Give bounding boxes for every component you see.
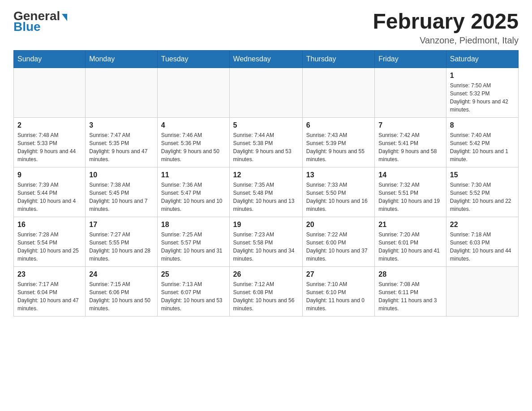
weekday-header-row: SundayMondayTuesdayWednesdayThursdayFrid…	[14, 51, 519, 68]
week-row-5: 23Sunrise: 7:17 AM Sunset: 6:04 PM Dayli…	[14, 267, 519, 317]
day-number: 4	[161, 121, 226, 129]
day-info: Sunrise: 7:39 AM Sunset: 5:44 PM Dayligh…	[17, 181, 82, 213]
day-number: 16	[17, 221, 82, 229]
weekday-header-thursday: Thursday	[302, 51, 374, 68]
day-info: Sunrise: 7:30 AM Sunset: 5:52 PM Dayligh…	[450, 181, 515, 213]
day-info: Sunrise: 7:27 AM Sunset: 5:55 PM Dayligh…	[89, 231, 154, 263]
calendar-cell: 22Sunrise: 7:18 AM Sunset: 6:03 PM Dayli…	[446, 217, 518, 267]
calendar-cell: 14Sunrise: 7:32 AM Sunset: 5:51 PM Dayli…	[375, 167, 446, 217]
weekday-header-monday: Monday	[86, 51, 158, 68]
calendar-cell: 23Sunrise: 7:17 AM Sunset: 6:04 PM Dayli…	[14, 267, 86, 317]
week-row-2: 2Sunrise: 7:48 AM Sunset: 5:33 PM Daylig…	[14, 118, 519, 167]
day-number: 14	[378, 171, 442, 179]
day-info: Sunrise: 7:17 AM Sunset: 6:04 PM Dayligh…	[17, 280, 82, 313]
day-info: Sunrise: 7:35 AM Sunset: 5:48 PM Dayligh…	[233, 181, 299, 213]
week-row-3: 9Sunrise: 7:39 AM Sunset: 5:44 PM Daylig…	[14, 167, 519, 217]
day-number: 21	[378, 221, 442, 229]
weekday-header-wednesday: Wednesday	[229, 51, 302, 68]
day-number: 1	[450, 72, 515, 80]
day-number: 19	[233, 221, 299, 229]
title-block: February 2025 Vanzone, Piedmont, Italy	[373, 9, 519, 46]
calendar-cell: 21Sunrise: 7:20 AM Sunset: 6:01 PM Dayli…	[375, 217, 446, 267]
day-info: Sunrise: 7:46 AM Sunset: 5:36 PM Dayligh…	[161, 131, 226, 163]
day-number: 11	[161, 171, 226, 179]
weekday-header-saturday: Saturday	[446, 51, 518, 68]
logo-blue-text: Blue	[13, 20, 41, 34]
week-row-1: 1Sunrise: 7:50 AM Sunset: 5:32 PM Daylig…	[14, 68, 519, 118]
week-row-4: 16Sunrise: 7:28 AM Sunset: 5:54 PM Dayli…	[14, 217, 519, 267]
day-info: Sunrise: 7:22 AM Sunset: 6:00 PM Dayligh…	[306, 231, 371, 263]
day-info: Sunrise: 7:36 AM Sunset: 5:47 PM Dayligh…	[161, 181, 226, 213]
calendar-cell: 15Sunrise: 7:30 AM Sunset: 5:52 PM Dayli…	[446, 167, 518, 217]
day-number: 28	[378, 270, 442, 278]
calendar-cell	[14, 68, 86, 118]
day-info: Sunrise: 7:15 AM Sunset: 6:06 PM Dayligh…	[89, 280, 154, 313]
day-number: 20	[306, 221, 371, 229]
calendar-cell	[157, 68, 229, 118]
day-info: Sunrise: 7:43 AM Sunset: 5:39 PM Dayligh…	[306, 131, 371, 163]
calendar-cell: 10Sunrise: 7:38 AM Sunset: 5:45 PM Dayli…	[86, 167, 158, 217]
day-info: Sunrise: 7:44 AM Sunset: 5:38 PM Dayligh…	[233, 131, 299, 163]
calendar-cell: 27Sunrise: 7:10 AM Sunset: 6:10 PM Dayli…	[302, 267, 374, 317]
day-number: 10	[89, 171, 154, 179]
calendar-cell: 13Sunrise: 7:33 AM Sunset: 5:50 PM Dayli…	[302, 167, 374, 217]
day-info: Sunrise: 7:38 AM Sunset: 5:45 PM Dayligh…	[89, 181, 154, 213]
day-info: Sunrise: 7:48 AM Sunset: 5:33 PM Dayligh…	[17, 131, 82, 163]
day-number: 8	[450, 121, 515, 129]
weekday-header-friday: Friday	[375, 51, 446, 68]
day-number: 7	[378, 121, 442, 129]
day-info: Sunrise: 7:50 AM Sunset: 5:32 PM Dayligh…	[450, 81, 515, 114]
day-info: Sunrise: 7:47 AM Sunset: 5:35 PM Dayligh…	[89, 131, 154, 163]
day-number: 24	[89, 270, 154, 278]
day-info: Sunrise: 7:12 AM Sunset: 6:08 PM Dayligh…	[233, 280, 299, 313]
day-number: 3	[89, 121, 154, 129]
calendar-cell: 4Sunrise: 7:46 AM Sunset: 5:36 PM Daylig…	[157, 118, 229, 167]
day-number: 22	[450, 221, 515, 229]
calendar-cell: 18Sunrise: 7:25 AM Sunset: 5:57 PM Dayli…	[157, 217, 229, 267]
calendar-cell: 26Sunrise: 7:12 AM Sunset: 6:08 PM Dayli…	[229, 267, 302, 317]
calendar-cell: 20Sunrise: 7:22 AM Sunset: 6:00 PM Dayli…	[302, 217, 374, 267]
calendar-cell: 17Sunrise: 7:27 AM Sunset: 5:55 PM Dayli…	[86, 217, 158, 267]
day-info: Sunrise: 7:33 AM Sunset: 5:50 PM Dayligh…	[306, 181, 371, 213]
location-subtitle: Vanzone, Piedmont, Italy	[373, 35, 519, 46]
logo: General Blue	[13, 9, 67, 34]
day-number: 12	[233, 171, 299, 179]
weekday-header-tuesday: Tuesday	[157, 51, 229, 68]
calendar-cell: 3Sunrise: 7:47 AM Sunset: 5:35 PM Daylig…	[86, 118, 158, 167]
day-number: 23	[17, 270, 82, 278]
day-info: Sunrise: 7:25 AM Sunset: 5:57 PM Dayligh…	[161, 231, 226, 263]
day-number: 25	[161, 270, 226, 278]
day-info: Sunrise: 7:40 AM Sunset: 5:42 PM Dayligh…	[450, 131, 515, 163]
calendar-cell: 19Sunrise: 7:23 AM Sunset: 5:58 PM Dayli…	[229, 217, 302, 267]
day-number: 18	[161, 221, 226, 229]
calendar-cell	[229, 68, 302, 118]
day-info: Sunrise: 7:18 AM Sunset: 6:03 PM Dayligh…	[450, 231, 515, 263]
calendar-cell: 12Sunrise: 7:35 AM Sunset: 5:48 PM Dayli…	[229, 167, 302, 217]
calendar-cell: 6Sunrise: 7:43 AM Sunset: 5:39 PM Daylig…	[302, 118, 374, 167]
page-header: General Blue February 2025 Vanzone, Pied…	[13, 9, 519, 46]
calendar-cell: 5Sunrise: 7:44 AM Sunset: 5:38 PM Daylig…	[229, 118, 302, 167]
calendar-cell: 2Sunrise: 7:48 AM Sunset: 5:33 PM Daylig…	[14, 118, 86, 167]
day-info: Sunrise: 7:42 AM Sunset: 5:41 PM Dayligh…	[378, 131, 442, 163]
month-year-title: February 2025	[373, 9, 519, 34]
calendar-cell: 7Sunrise: 7:42 AM Sunset: 5:41 PM Daylig…	[375, 118, 446, 167]
calendar-cell: 16Sunrise: 7:28 AM Sunset: 5:54 PM Dayli…	[14, 217, 86, 267]
day-info: Sunrise: 7:23 AM Sunset: 5:58 PM Dayligh…	[233, 231, 299, 263]
weekday-header-sunday: Sunday	[14, 51, 86, 68]
calendar-cell	[375, 68, 446, 118]
day-number: 13	[306, 171, 371, 179]
day-info: Sunrise: 7:13 AM Sunset: 6:07 PM Dayligh…	[161, 280, 226, 313]
calendar-cell: 24Sunrise: 7:15 AM Sunset: 6:06 PM Dayli…	[86, 267, 158, 317]
day-number: 17	[89, 221, 154, 229]
day-number: 26	[233, 270, 299, 278]
calendar-table: SundayMondayTuesdayWednesdayThursdayFrid…	[13, 50, 519, 317]
day-info: Sunrise: 7:32 AM Sunset: 5:51 PM Dayligh…	[378, 181, 442, 213]
day-info: Sunrise: 7:10 AM Sunset: 6:10 PM Dayligh…	[306, 280, 371, 313]
calendar-cell: 25Sunrise: 7:13 AM Sunset: 6:07 PM Dayli…	[157, 267, 229, 317]
day-number: 15	[450, 171, 515, 179]
calendar-cell: 8Sunrise: 7:40 AM Sunset: 5:42 PM Daylig…	[446, 118, 518, 167]
day-info: Sunrise: 7:20 AM Sunset: 6:01 PM Dayligh…	[378, 231, 442, 263]
day-number: 9	[17, 171, 82, 179]
calendar-cell: 11Sunrise: 7:36 AM Sunset: 5:47 PM Dayli…	[157, 167, 229, 217]
calendar-cell	[446, 267, 518, 317]
